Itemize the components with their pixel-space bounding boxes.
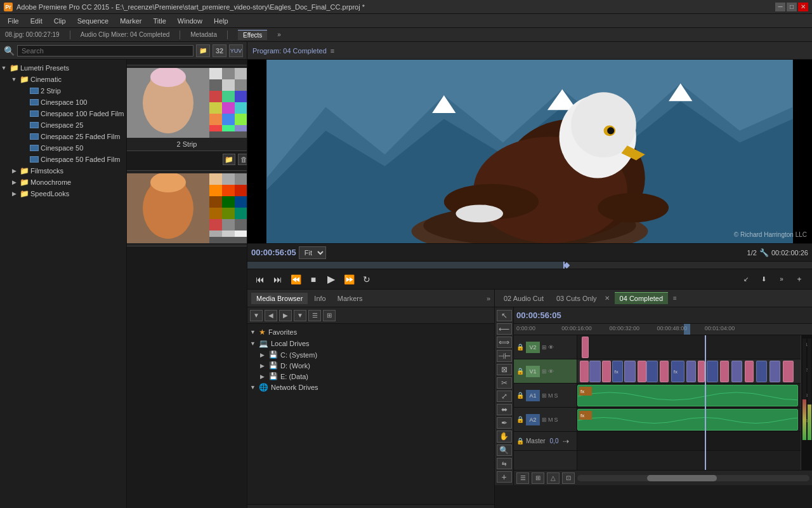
tab-03-cuts-only[interactable]: 03 Cuts Only	[551, 293, 602, 304]
clip-v1-1[interactable]	[580, 361, 589, 382]
clip-v1-16[interactable]	[783, 361, 794, 382]
play-button[interactable]: ▶	[324, 272, 339, 286]
go-to-out-point-button[interactable]: ⏭	[270, 272, 285, 286]
back-button[interactable]: ◀	[265, 310, 277, 321]
audio-clip-a1[interactable]: fx	[577, 385, 798, 406]
tab-04-completed[interactable]: 04 Completed	[615, 292, 669, 304]
mb-favorites[interactable]: ▼ ★ Favorites	[247, 326, 494, 338]
clip-v1-12[interactable]	[731, 361, 743, 382]
mb-local-drives[interactable]: ▼ 💻 Local Drives	[247, 338, 494, 349]
icon-view-button[interactable]: ⊞	[323, 310, 336, 321]
m-icon-a2[interactable]: M	[548, 417, 553, 423]
fit-select[interactable]: Fit	[299, 246, 326, 259]
clip-v1-5[interactable]	[638, 361, 646, 382]
mb-drive-e[interactable]: ▶ 💾 E: (Data)	[247, 371, 494, 382]
razor-tool[interactable]: ✂	[497, 377, 512, 389]
clip-v1-4[interactable]	[624, 361, 636, 382]
window-controls[interactable]: ─ □ ✕	[775, 3, 808, 11]
tree-item-cinespace50[interactable]: Cinespace 50	[0, 142, 126, 154]
lock-icon-a1[interactable]: 🔒	[516, 392, 524, 399]
clip-v1-15[interactable]	[769, 361, 781, 382]
monitor-menu-button[interactable]: ≡	[331, 47, 334, 55]
menu-edit[interactable]: Edit	[25, 16, 48, 26]
clip-v1-13[interactable]	[745, 361, 754, 382]
close-button[interactable]: ✕	[798, 3, 808, 11]
tree-item-cinespace25ff[interactable]: Cinespace 25 Faded Film	[0, 131, 126, 142]
clip-v1-2[interactable]	[589, 361, 601, 382]
hand-tool[interactable]: ✋	[497, 431, 512, 442]
tl-more-button[interactable]: ⊡	[562, 472, 575, 484]
sync-icon-v2[interactable]: ⊞	[542, 344, 547, 351]
add-track-button[interactable]: +	[497, 471, 512, 483]
list-view-button[interactable]: 32	[213, 44, 226, 57]
track-select-tool[interactable]: ⟵	[497, 323, 512, 335]
link-tool[interactable]: ⇆	[497, 458, 512, 469]
track-v2-button[interactable]: V2	[526, 342, 540, 353]
clip-v1-14[interactable]	[756, 361, 768, 382]
select-tool[interactable]: ↖	[497, 310, 512, 321]
clip-v1-fx2[interactable]: fx	[671, 361, 684, 382]
tree-item-monochrome[interactable]: ▶ 📁 Monochrome	[0, 177, 126, 188]
rolling-edit-tool[interactable]: ⊣⊢	[497, 350, 512, 361]
sync-icon-a1[interactable]: ⊞	[542, 392, 547, 399]
settings-wrench-button[interactable]: 🔧	[759, 248, 769, 257]
effect-preview-2strip[interactable]: 2 Strip	[127, 65, 247, 151]
step-forward-button[interactable]: ⏩	[341, 272, 357, 286]
tree-item-filmstocks[interactable]: ▶ 📁 Filmstocks	[0, 165, 126, 177]
effects-tab[interactable]: Effects	[238, 30, 267, 40]
tree-item-speedlooks[interactable]: ▶ 📁 SpeedLooks	[0, 188, 126, 199]
clip-v1-3[interactable]	[602, 361, 611, 382]
filter-button[interactable]: ▼	[294, 310, 306, 321]
lock-icon-master[interactable]: 🔒	[516, 438, 524, 444]
track-a1-button[interactable]: A1	[526, 390, 540, 401]
dropdown-button[interactable]: ▼	[250, 310, 263, 321]
mb-drive-c[interactable]: ▶ 💾 C: (System)	[247, 349, 494, 360]
pen-tool[interactable]: ✒	[497, 417, 512, 429]
stop-button[interactable]: ■	[306, 272, 321, 286]
close-tab-button[interactable]: ✕	[605, 295, 610, 302]
loop-button[interactable]: ↻	[359, 272, 374, 286]
tl-triangle-button[interactable]: △	[547, 472, 560, 484]
insert-button[interactable]: ↙	[738, 272, 754, 286]
overwrite-button[interactable]: ⬇	[756, 272, 771, 286]
tab-markers[interactable]: Markers	[332, 293, 368, 304]
timeline-scroll-thumb[interactable]	[647, 475, 717, 481]
forward-button[interactable]: ▶	[279, 310, 292, 321]
clip-v1-10[interactable]	[707, 361, 718, 382]
clip-v1-fx1[interactable]: fx	[612, 361, 624, 382]
metadata-tab[interactable]: Metadata	[190, 31, 217, 38]
list-view-mb-button[interactable]: ☰	[308, 310, 321, 321]
mb-network-drives[interactable]: ▼ 🌐 Network Drives	[247, 382, 494, 393]
menu-title[interactable]: Title	[148, 16, 171, 26]
ripple-edit-tool[interactable]: ⟺	[497, 337, 512, 348]
timeline-menu-button[interactable]: ≡	[673, 295, 677, 302]
tree-item-cinespace100ff[interactable]: Cinespace 100 Faded Film	[0, 108, 126, 119]
new-bin-effect-button[interactable]: 📁	[223, 154, 235, 165]
zoom-tool[interactable]: 🔍	[497, 444, 512, 456]
minimize-button[interactable]: ─	[775, 3, 785, 11]
menu-help[interactable]: Help	[209, 16, 233, 26]
tree-item-cinespace25[interactable]: Cinespace 25	[0, 119, 126, 131]
tl-list-view-button[interactable]: ☰	[516, 472, 529, 484]
rate-stretch-tool[interactable]: ⊠	[497, 364, 512, 375]
add-to-sequence-button[interactable]: »	[774, 272, 789, 286]
more-transport-button[interactable]: +	[792, 272, 807, 286]
step-back-button[interactable]: ⏪	[288, 272, 303, 286]
tab-info[interactable]: Info	[309, 293, 331, 304]
lock-icon-v2[interactable]: 🔒	[516, 344, 524, 351]
menu-file[interactable]: File	[3, 16, 24, 26]
master-expand-button[interactable]: ⇢	[563, 437, 569, 446]
clip-v2-pink[interactable]	[582, 337, 589, 358]
s-icon-a1[interactable]: S	[554, 392, 558, 399]
menu-window[interactable]: Window	[173, 16, 207, 26]
tab-media-browser[interactable]: Media Browser	[251, 293, 308, 304]
go-to-in-point-button[interactable]: ⏮	[252, 272, 268, 286]
new-bin-button[interactable]: 📁	[196, 44, 210, 57]
m-icon-a1[interactable]: M	[548, 392, 553, 399]
clip-v1-11[interactable]	[720, 361, 729, 382]
maximize-button[interactable]: □	[787, 3, 797, 11]
tree-item-lumetri-presets[interactable]: ▼ 📁 Lumetri Presets	[0, 62, 126, 74]
clip-v1-7[interactable]	[660, 361, 669, 382]
clip-v1-9[interactable]	[698, 361, 705, 382]
tree-item-cinespace100[interactable]: Cinespace 100	[0, 97, 126, 108]
